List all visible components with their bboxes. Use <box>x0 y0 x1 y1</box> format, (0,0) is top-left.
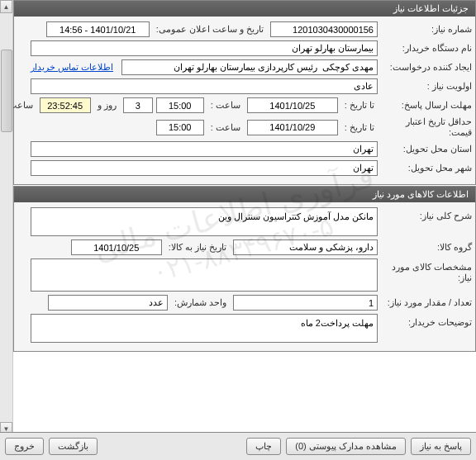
requester-field[interactable] <box>121 59 378 75</box>
buyer-label: نام دستگاه خریدار: <box>381 43 472 54</box>
requester-label: ایجاد کننده درخواست: <box>381 62 472 73</box>
scroll-up-arrow[interactable]: ▲ <box>0 0 12 13</box>
unit-label: واحد شمارش: <box>171 297 230 308</box>
days-remain-field[interactable] <box>123 97 153 113</box>
validity-time-field[interactable] <box>156 120 204 135</box>
goods-info-panel: اطلاعات کالاهای مورد نیاز شرح کلی نیاز: … <box>13 186 476 352</box>
respond-button[interactable]: پاسخ به نیاز <box>411 438 471 455</box>
specs-field[interactable] <box>31 258 378 292</box>
notes-field[interactable] <box>31 314 378 343</box>
time-remain-field[interactable] <box>40 97 91 113</box>
notes-label: توضیحات خریدار: <box>381 314 472 328</box>
footer-toolbar: پاسخ به نیاز مشاهده مدارک پیوستی (0) چاپ… <box>0 432 476 460</box>
validity-date-field[interactable] <box>247 120 338 135</box>
unit-field[interactable] <box>48 295 168 311</box>
specs-label: مشخصات کالای مورد نیاز: <box>381 258 472 283</box>
validity-label: حداقل تاریخ اعتبار قیمت: <box>381 116 472 138</box>
attachments-button[interactable]: مشاهده مدارک پیوستی (0) <box>286 438 406 455</box>
need-details-header: جزئیات اطلاعات نیاز <box>14 1 475 17</box>
qty-field[interactable] <box>233 295 378 311</box>
group-field[interactable] <box>233 239 378 255</box>
need-details-panel: جزئیات اطلاعات نیاز شماره نیاز: تاریخ و … <box>13 0 476 185</box>
buyer-field[interactable] <box>31 40 378 56</box>
priority-label: اولویت نیاز : <box>381 81 472 92</box>
need-date-field[interactable] <box>71 239 162 255</box>
time-label-1: ساعت : <box>207 100 244 111</box>
vertical-scrollbar[interactable]: ▲ ▼ <box>0 0 13 435</box>
desc-field[interactable] <box>31 207 378 236</box>
need-date-label: تاریخ نیاز به کالا: <box>165 242 230 253</box>
time-remain-label: ساعت باقی مانده <box>13 100 36 111</box>
days-and-label: روز و <box>94 100 120 111</box>
announce-label: تاریخ و ساعت اعلان عمومی: <box>153 24 267 35</box>
group-label: گروه کالا: <box>381 242 472 253</box>
deadline-time-field[interactable] <box>156 97 204 113</box>
request-no-label: شماره نیاز: <box>381 24 472 35</box>
province-field[interactable] <box>31 141 378 157</box>
to-date-label-1: تا تاریخ : <box>341 100 378 111</box>
scroll-thumb[interactable] <box>1 50 12 132</box>
deadline-date-field[interactable] <box>247 97 338 113</box>
print-button[interactable]: چاپ <box>246 438 281 455</box>
to-date-label-2: تا تاریخ : <box>341 122 378 133</box>
request-no-field[interactable] <box>270 21 378 37</box>
exit-button[interactable]: خروج <box>5 438 44 455</box>
contact-link[interactable]: اطلاعات تماس خریدار <box>31 62 113 73</box>
deadline-reply-label: مهلت ارسال پاسخ: <box>381 100 472 111</box>
priority-field[interactable] <box>31 78 378 94</box>
back-button[interactable]: بازگشت <box>49 438 98 455</box>
announce-field[interactable] <box>46 21 150 37</box>
province-label: استان محل تحویل: <box>381 144 472 154</box>
desc-label: شرح کلی نیاز: <box>381 207 472 221</box>
goods-info-header: اطلاعات کالاهای مورد نیاز <box>14 187 475 202</box>
qty-label: تعداد / مقدار مورد نیاز: <box>381 297 472 308</box>
city-field[interactable] <box>31 160 378 176</box>
city-label: شهر محل تحویل: <box>381 163 472 173</box>
time-label-2: ساعت : <box>207 122 244 133</box>
